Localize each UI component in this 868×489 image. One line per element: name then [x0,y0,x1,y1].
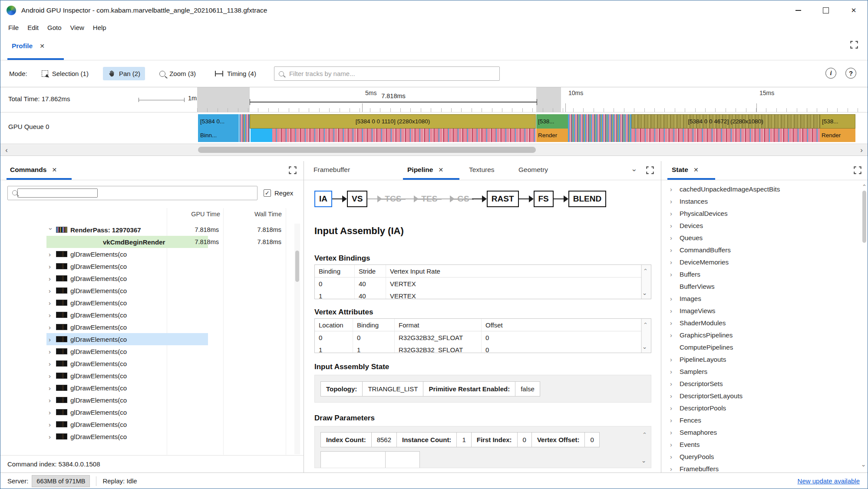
commands-search-box[interactable] [7,186,257,200]
pipeline-stage-vs[interactable]: VS [347,191,367,207]
menu-file[interactable]: File [4,24,23,31]
tab-pipeline[interactable]: Pipeline ✕ [407,166,443,174]
command-row[interactable]: ›glDrawElements(co [0,406,304,418]
gpu-track-segment[interactable] [251,129,272,142]
scroll-up-icon[interactable]: › [861,184,867,186]
track-content[interactable]: [5384 0...Binn...[5384 0 0 1110] (2280x1… [197,114,868,142]
maximize-button[interactable] [812,0,840,20]
gpu-track-segment[interactable]: [5384 0 0 4672] (2280x1080) [631,114,820,129]
command-row[interactable]: ›glDrawElements(co [0,248,304,260]
minimize-button[interactable] [784,0,812,20]
pipeline-stage-tes[interactable]: TES [419,192,440,206]
tab-commands[interactable]: Commands ✕ [10,166,57,174]
state-item[interactable]: ›GraphicsPipelines [661,329,861,341]
gpu-track-stripes[interactable] [272,129,536,142]
state-item[interactable]: ›DescriptorPools [661,402,861,414]
regex-checkbox[interactable]: ✓ [264,189,271,197]
tree-collapsed-icon[interactable]: › [49,311,53,319]
tree-collapsed-icon[interactable]: › [49,384,53,392]
command-row[interactable]: vkCmdBeginRender7.818ms7.818ms [0,236,304,248]
state-item[interactable]: ›Samplers [661,365,861,377]
scroll-right-icon[interactable]: › [856,145,867,155]
tree-expanded-icon[interactable]: › [47,228,55,232]
tree-collapsed-icon[interactable]: › [49,421,53,428]
state-item[interactable]: ›QueryPools [661,450,861,463]
command-row[interactable]: ›glDrawElements(co [0,370,304,382]
state-item[interactable]: BufferViews [661,280,861,292]
timeline-horizontal-scrollbar[interactable]: ‹ › [0,145,868,156]
scroll-down-icon[interactable]: › [641,461,647,463]
command-row[interactable]: ›RenderPass: 129703677.818ms7.818ms [0,224,304,236]
tree-collapsed-icon[interactable]: › [49,348,53,355]
tab-commands-close-icon[interactable]: ✕ [52,166,57,173]
state-item[interactable]: ›CommandBuffers [661,244,861,256]
state-item[interactable]: ›Devices [661,219,861,231]
state-item[interactable]: ›Semaphores [661,426,861,438]
state-item[interactable]: ›DescriptorSets [661,377,861,390]
state-fullscreen-icon[interactable] [853,165,862,177]
help-icon[interactable]: ? [845,68,856,79]
gpu-track-segment[interactable]: [538... [536,114,568,129]
state-item[interactable]: ›Images [661,292,861,304]
tree-collapsed-icon[interactable]: › [49,433,53,440]
tree-collapsed-icon[interactable]: › [49,324,53,331]
tree-collapsed-icon[interactable]: › [49,251,53,258]
pipeline-fullscreen-icon[interactable] [645,165,655,177]
pipeline-stage-ia[interactable]: IA [314,191,332,207]
state-item[interactable]: ›Fences [661,414,861,426]
state-item[interactable]: ›DeviceMemories [661,256,861,268]
scrollbar-thumb[interactable] [198,147,536,153]
fullscreen-icon[interactable] [849,40,859,51]
scroll-up-icon[interactable]: › [641,432,647,434]
state-vertical-scrollbar[interactable]: › › [861,182,868,469]
tree-collapsed-icon[interactable]: › [49,360,53,367]
tree-collapsed-icon[interactable]: › [49,263,53,270]
state-item[interactable]: ›PhysicalDevices [661,207,861,219]
mode-button-selection[interactable]: Selection (1) [37,67,93,80]
tab-textures[interactable]: Textures [469,166,495,174]
commands-vertical-scrollbar[interactable] [294,224,300,454]
regex-option[interactable]: ✓ Regex [264,189,293,197]
table-scrollbar[interactable]: › › [641,265,651,299]
close-button[interactable]: ✕ [840,0,868,20]
command-row[interactable]: ›glDrawElements(co [0,430,304,443]
command-row[interactable]: ›glDrawElements(co [0,309,304,321]
mode-button-zoom[interactable]: Zoom (3) [155,67,201,80]
command-row[interactable]: ›glDrawElements(co [0,297,304,309]
gpu-track-segment[interactable]: [5384 0...Binn... [198,114,239,142]
tab-geometry[interactable]: Geometry [518,166,548,174]
mode-button-pan[interactable]: Pan (2) [103,67,145,80]
command-row[interactable]: ›glDrawElements(co [0,345,304,357]
scroll-left-icon[interactable]: ‹ [1,145,12,155]
state-item[interactable]: ›Buffers [661,268,861,280]
menu-goto[interactable]: Goto [43,24,66,31]
command-row[interactable]: ›glDrawElements(co [0,333,304,345]
state-item[interactable]: ›DescriptorSetLayouts [661,390,861,402]
menu-view[interactable]: View [66,24,89,31]
pipeline-stage-rast[interactable]: RAST [487,191,519,207]
tab-pipeline-close-icon[interactable]: ✕ [438,166,443,173]
state-item[interactable]: ComputePipelines [661,341,861,353]
filter-tracks-input[interactable] [288,69,495,78]
state-item[interactable]: ›Queues [661,231,861,244]
tree-collapsed-icon[interactable]: › [49,275,53,282]
command-row[interactable]: ›glDrawElements(co [0,394,304,406]
state-item[interactable]: ›PipelineLayouts [661,353,861,365]
pipeline-stage-fs[interactable]: FS [534,191,554,207]
tab-state-close-icon[interactable]: ✕ [693,166,699,173]
timeline-ruler[interactable]: 7.818ms 5ms10ms15ms [197,87,868,112]
scroll-up-icon[interactable]: › [642,322,648,324]
scrollbar-thumb[interactable] [862,191,866,243]
pipeline-stage-blend[interactable]: BLEND [568,191,606,207]
tab-framebuffer[interactable]: Framebuffer [314,166,350,174]
gpu-track-stripes[interactable] [239,114,250,142]
state-item[interactable]: ›cachedUnpackedImageAspectBits [661,183,861,195]
state-item[interactable]: ›Framebuffers [661,463,861,472]
state-item[interactable]: ›ShaderModules [661,317,861,329]
tree-collapsed-icon[interactable]: › [49,299,53,307]
command-row[interactable]: ›glDrawElements(co [0,284,304,297]
filter-tracks-box[interactable] [274,66,500,81]
tree-collapsed-icon[interactable]: › [49,336,53,343]
state-item[interactable]: ›Instances [661,195,861,207]
menu-help[interactable]: Help [89,24,111,31]
